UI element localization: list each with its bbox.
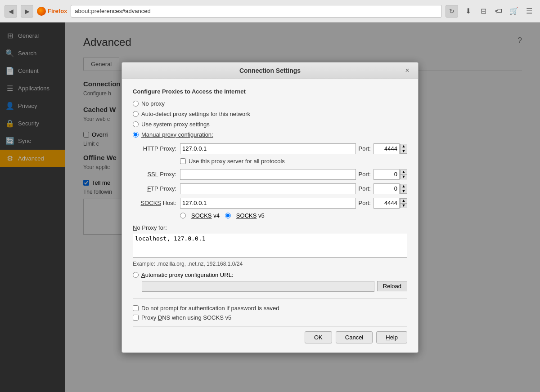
auto-proxy-url-label: Automatic proxy configuration URL: bbox=[141, 272, 233, 278]
http-proxy-label: HTTP Proxy: bbox=[133, 145, 180, 152]
address-bar[interactable] bbox=[71, 5, 442, 18]
dialog-title: Connection Settings bbox=[137, 67, 403, 74]
pocket-icon[interactable]: 🏷 bbox=[492, 5, 505, 18]
dialog-buttons: OK Cancel Help bbox=[133, 326, 407, 343]
reload-button[interactable]: Reload bbox=[377, 281, 407, 291]
socks-port-wrap: ▲ ▼ bbox=[374, 198, 407, 209]
http-port-input[interactable] bbox=[374, 143, 400, 154]
ftp-port-label: Port: bbox=[356, 185, 374, 192]
back-button[interactable]: ◀ bbox=[4, 5, 17, 18]
configure-proxies-header: Configure Proxies to Access the Internet bbox=[133, 88, 407, 95]
no-auth-prompt-checkbox[interactable] bbox=[133, 305, 139, 311]
http-port-label: Port: bbox=[356, 145, 374, 152]
connection-settings-dialog: Connection Settings × Configure Proxies … bbox=[122, 62, 418, 353]
firefox-logo: Firefox bbox=[37, 7, 67, 16]
ftp-port-up[interactable]: ▲ bbox=[400, 184, 407, 189]
socks-v4-radio[interactable] bbox=[180, 213, 186, 218]
use-all-protocols-checkbox[interactable] bbox=[180, 158, 186, 164]
socks-port-down[interactable]: ▼ bbox=[400, 203, 407, 208]
radio-auto-detect[interactable]: Auto-detect proxy settings for this netw… bbox=[133, 111, 407, 117]
socks-port-spinner[interactable]: ▲ ▼ bbox=[400, 198, 407, 208]
auto-proxy-row: Automatic proxy configuration URL: bbox=[133, 272, 407, 278]
help-button[interactable]: Help bbox=[376, 331, 407, 343]
proxy-dns-label: Proxy DNS when using SOCKS v5 bbox=[141, 314, 231, 321]
radio-manual-proxy[interactable]: Manual proxy configuration: bbox=[133, 131, 407, 138]
socks-port-up[interactable]: ▲ bbox=[400, 198, 407, 203]
http-proxy-row: HTTP Proxy: Port: ▲ ▼ bbox=[133, 143, 407, 154]
dialog-close-button[interactable]: × bbox=[403, 66, 412, 75]
socks-port-label: Port: bbox=[356, 200, 374, 206]
manual-proxy-label: Manual proxy configuration: bbox=[141, 131, 213, 138]
ssl-proxy-input[interactable] bbox=[180, 169, 356, 180]
socks-version-row: SOCKS v4 SOCKS v5 bbox=[180, 212, 407, 219]
firefox-icon bbox=[37, 7, 46, 16]
browser-chrome: ◀ ▶ Firefox ↻ ⬇ ⊟ 🏷 🛒 ☰ bbox=[0, 0, 540, 22]
example-text: Example: .mozilla.org, .net.nz, 192.168.… bbox=[133, 261, 407, 267]
ssl-port-wrap: ▲ ▼ bbox=[374, 169, 407, 180]
cancel-button[interactable]: Cancel bbox=[336, 331, 373, 343]
ftp-port-spinner[interactable]: ▲ ▼ bbox=[400, 184, 407, 194]
menu-icon[interactable]: ☰ bbox=[523, 5, 536, 18]
ftp-proxy-input[interactable] bbox=[180, 183, 356, 194]
ftp-proxy-row: FTP Proxy: Port: ▲ ▼ bbox=[133, 183, 407, 194]
ssl-port-spinner[interactable]: ▲ ▼ bbox=[400, 169, 407, 179]
proxy-dns-checkbox[interactable] bbox=[133, 315, 139, 321]
socks-v4-label: SOCKS v4 bbox=[191, 212, 220, 219]
http-port-down[interactable]: ▼ bbox=[400, 149, 407, 154]
firefox-label: Firefox bbox=[48, 8, 67, 14]
ssl-proxy-label: SSL Proxy: bbox=[133, 171, 180, 178]
auto-detect-radio[interactable] bbox=[133, 111, 139, 117]
auto-proxy-url-row: Reload bbox=[133, 281, 407, 292]
no-auth-prompt-label: Do not prompt for authentication if pass… bbox=[141, 305, 279, 312]
shop-icon[interactable]: 🛒 bbox=[508, 5, 520, 18]
no-proxy-textarea[interactable]: localhost, 127.0.0.1 bbox=[133, 233, 407, 258]
bottom-checkboxes: Do not prompt for authentication if pass… bbox=[133, 305, 407, 321]
proxy-fields-table: HTTP Proxy: Port: ▲ ▼ Use this proxy ser… bbox=[133, 143, 407, 219]
system-proxy-label: Use system proxy settings bbox=[141, 121, 210, 128]
ssl-proxy-row: SSL Proxy: Port: ▲ ▼ bbox=[133, 169, 407, 180]
tabs-icon[interactable]: ⊟ bbox=[477, 5, 490, 18]
no-proxy-for-label: No Proxy for: bbox=[133, 224, 407, 231]
no-auth-prompt-row: Do not prompt for authentication if pass… bbox=[133, 305, 407, 312]
socks-host-input[interactable] bbox=[180, 198, 356, 209]
ftp-port-down[interactable]: ▼ bbox=[400, 189, 407, 194]
radio-no-proxy[interactable]: No proxy bbox=[133, 100, 407, 107]
manual-proxy-radio[interactable] bbox=[133, 132, 139, 138]
ssl-port-up[interactable]: ▲ bbox=[400, 169, 407, 174]
no-proxy-label: No proxy bbox=[141, 100, 165, 107]
ssl-port-down[interactable]: ▼ bbox=[400, 174, 407, 179]
http-port-spinner[interactable]: ▲ ▼ bbox=[400, 144, 407, 154]
socks-v5-label: SOCKS v5 bbox=[236, 212, 265, 219]
forward-button[interactable]: ▶ bbox=[21, 5, 33, 18]
no-proxy-radio[interactable] bbox=[133, 101, 139, 107]
ssl-port-input[interactable] bbox=[374, 169, 400, 180]
dialog-title-bar: Connection Settings × bbox=[122, 62, 418, 79]
auto-proxy-url-radio[interactable] bbox=[133, 272, 139, 278]
url-input[interactable] bbox=[75, 8, 438, 14]
ftp-port-input[interactable] bbox=[374, 183, 400, 194]
http-proxy-input[interactable] bbox=[180, 143, 356, 154]
reload-button[interactable]: ↻ bbox=[446, 5, 458, 18]
no-proxy-section: No Proxy for: localhost, 127.0.0.1 Examp… bbox=[133, 224, 407, 267]
dialog-divider bbox=[133, 298, 407, 298]
auto-proxy-url-input[interactable] bbox=[142, 281, 374, 292]
http-port-wrap: ▲ ▼ bbox=[374, 143, 407, 154]
http-port-up[interactable]: ▲ bbox=[400, 144, 407, 149]
socks-host-row: SOCKS Host: Port: ▲ ▼ bbox=[133, 198, 407, 209]
ssl-port-label: Port: bbox=[356, 171, 374, 178]
socks-v5-radio[interactable] bbox=[225, 213, 231, 218]
ftp-port-wrap: ▲ ▼ bbox=[374, 183, 407, 194]
download-icon[interactable]: ⬇ bbox=[462, 5, 474, 18]
toolbar-icons: ⬇ ⊟ 🏷 🛒 ☰ bbox=[462, 5, 536, 18]
ok-button[interactable]: OK bbox=[305, 331, 332, 343]
socks-host-label: SOCKS Host: bbox=[133, 200, 180, 206]
radio-system-proxy[interactable]: Use system proxy settings bbox=[133, 121, 407, 128]
auto-detect-label: Auto-detect proxy settings for this netw… bbox=[141, 111, 250, 117]
ftp-proxy-label: FTP Proxy: bbox=[133, 185, 180, 192]
system-proxy-radio[interactable] bbox=[133, 121, 139, 127]
proxy-dns-row: Proxy DNS when using SOCKS v5 bbox=[133, 314, 407, 321]
modal-overlay: Connection Settings × Configure Proxies … bbox=[0, 22, 540, 392]
socks-port-input[interactable] bbox=[374, 198, 400, 209]
use-all-protocols-row[interactable]: Use this proxy server for all protocols bbox=[180, 158, 407, 165]
dialog-body: Configure Proxies to Access the Internet… bbox=[122, 79, 418, 352]
